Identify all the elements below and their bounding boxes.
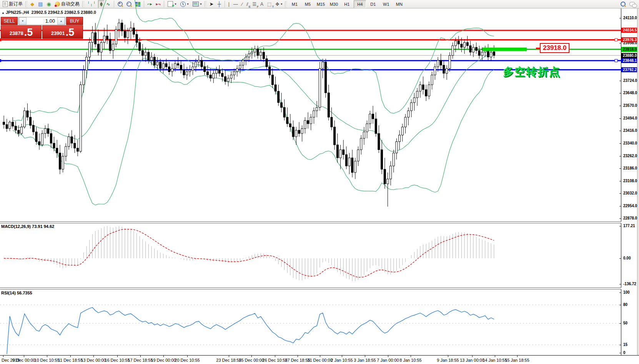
bull-candle (354, 161, 356, 173)
bear-candle (271, 75, 273, 85)
bull-candle (419, 85, 421, 91)
bear-candle (343, 150, 344, 155)
price-line-badge: 24034.5 (621, 28, 637, 33)
line-endpoint-marker (0, 38, 1, 41)
bull-candle (310, 117, 312, 124)
bull-candle (103, 36, 105, 43)
price-tick-mark (619, 181, 621, 181)
bull-candle (233, 72, 235, 75)
bear-candle (440, 60, 442, 65)
bull-candle (313, 111, 315, 117)
buy-button[interactable]: BUY (66, 17, 83, 25)
bull-candle (65, 146, 67, 156)
bull-candle (464, 42, 466, 47)
main-chart-canvas[interactable] (0, 0, 639, 364)
price-callout-box[interactable]: 23918.0 (540, 43, 569, 53)
price-tick-mark (619, 131, 621, 131)
bear-candle (148, 52, 150, 60)
price-line-badge: 23918.0 (621, 47, 637, 52)
macd-pane-splitter[interactable] (0, 221, 639, 223)
rsi-axis-label: 15 (623, 342, 627, 347)
chinese-annotation: 多空转折点 (503, 65, 561, 79)
bull-candle (404, 117, 406, 127)
bull-candle (236, 68, 238, 71)
bull-candle (195, 62, 197, 67)
bull-candle (301, 129, 303, 134)
price-tick-mark (619, 156, 621, 156)
price-axis[interactable]: 24110.023956.023724.023648.023570.023494… (621, 8, 637, 356)
bear-candle (280, 103, 282, 108)
bull-candle (130, 28, 132, 31)
price-tick-label: 23262.0 (623, 154, 637, 158)
bull-candle (366, 124, 368, 132)
price-tick-label: 23724.0 (623, 78, 637, 83)
bull-candle (151, 57, 153, 60)
bear-candle (47, 129, 49, 134)
bear-candle (422, 85, 424, 90)
bull-candle (434, 67, 436, 75)
bull-candle (396, 141, 398, 153)
bear-candle (298, 130, 300, 133)
volume-decrease-button[interactable]: ▼ (19, 17, 27, 25)
bear-candle (59, 153, 61, 169)
price-tick-label: 22878.0 (623, 216, 637, 220)
price-tick-label: 23340.0 (623, 141, 637, 145)
bear-candle (206, 72, 208, 75)
time-label: 27 Dec 18:55 (285, 358, 310, 362)
bear-candle (269, 67, 271, 75)
time-label: 8 Jan 10:55 (399, 358, 422, 362)
volume-value[interactable]: 1.00 (27, 17, 57, 25)
buy-price-button[interactable]: 23901 .5 (42, 25, 83, 39)
rsi-axis-label: 0 (623, 351, 626, 355)
time-tick-mark (388, 356, 388, 357)
time-label: 17 Dec 18:55 (128, 358, 153, 362)
axis-tick-mark (619, 293, 621, 293)
bull-candle (408, 111, 409, 117)
bear-candle (334, 127, 336, 145)
sell-price-button[interactable]: 23878 .5 (1, 25, 42, 39)
price-tick-mark (619, 43, 621, 43)
macd-axis-label: 177.21 (623, 224, 635, 228)
time-label: 14 Jan 10:55 (483, 358, 507, 362)
time-tick-mark (448, 356, 448, 357)
bear-candle (325, 62, 327, 93)
bear-candle (478, 51, 480, 56)
bull-candle (304, 120, 306, 128)
price-tick-mark (619, 118, 621, 119)
bull-candle (21, 127, 23, 133)
buy-price-pip: .5 (66, 27, 75, 38)
bull-candle (68, 137, 70, 146)
bear-candle (139, 42, 141, 50)
sell-button[interactable]: SELL (1, 17, 18, 25)
bear-candle (38, 141, 40, 145)
bull-candle (145, 52, 146, 55)
bull-candle (455, 41, 457, 46)
rsi-pane-splitter[interactable] (0, 288, 639, 289)
time-tick-mark (140, 356, 141, 357)
bull-candle (428, 85, 430, 96)
price-tick-label: 24110.0 (623, 16, 637, 20)
time-axis[interactable]: Dec 20199 Dec 00:0010 Dec 10:5511 Dec 18… (0, 355, 639, 364)
price-tick-mark (619, 206, 621, 206)
price-tick-mark (619, 143, 621, 144)
bear-candle (307, 120, 309, 123)
time-tick-mark (472, 356, 473, 357)
price-tick-mark (619, 18, 621, 18)
bear-candle (257, 49, 259, 55)
bear-candle (204, 67, 206, 72)
bear-candle (141, 51, 143, 56)
mt4-window: 新订单 ◆ ▤ ◉ 自动交易 ╵╷╵ ∿ + - ⌐▸ ▸¬ ▾ ▾ ▾ ➤ ┼… (0, 0, 639, 364)
bear-candle (183, 70, 185, 75)
bear-candle (12, 122, 14, 126)
volume-increase-button[interactable]: ▲ (57, 17, 65, 25)
bull-candle (322, 62, 324, 68)
bear-candle (381, 150, 383, 170)
sell-price-main: 23878 (10, 29, 23, 38)
bull-candle (481, 52, 483, 55)
price-tick-mark (619, 81, 621, 81)
rsi-axis-label: 80 (623, 303, 627, 307)
time-label: 9 Jan 18:55 (437, 358, 459, 362)
bear-candle (15, 126, 17, 130)
price-tick-mark (619, 168, 621, 169)
bull-candle (112, 44, 114, 51)
